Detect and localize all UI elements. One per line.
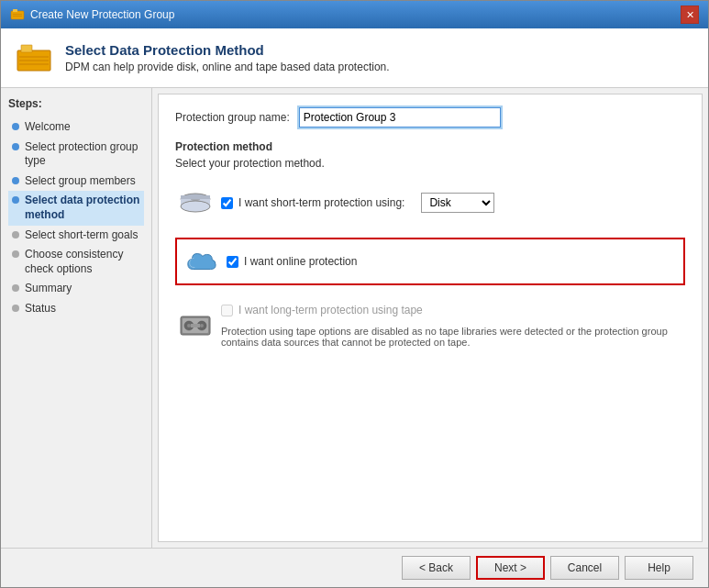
sidebar-item-choose-consistency-check-options[interactable]: Choose consistency check options [8, 245, 144, 279]
sidebar-item-select-group-members[interactable]: Select group members [8, 172, 144, 192]
tape-checkbox-label[interactable]: I want long-term protection using tape [221, 304, 681, 316]
close-button[interactable]: ✕ [681, 6, 699, 24]
field-row: Protection group name: [175, 107, 685, 128]
sidebar-item-status[interactable]: Status [8, 299, 144, 319]
sidebar-dot-group-members [12, 177, 19, 184]
dialog: Create New Protection Group ✕ Select Dat… [0, 0, 709, 588]
sidebar-item-select-data-protection-method[interactable]: Select data protection method [8, 191, 144, 225]
back-button[interactable]: < Back [402, 556, 471, 580]
online-checkbox[interactable] [227, 256, 238, 268]
disk-dropdown[interactable]: Disk [421, 193, 494, 213]
svg-point-18 [187, 324, 191, 327]
next-button[interactable]: Next > [476, 556, 545, 580]
sidebar-label-status: Status [25, 302, 56, 316]
title-bar-title: Create New Protection Group [30, 8, 174, 21]
sidebar-label-short-term-goals: Select short-term goals [25, 228, 138, 243]
tape-label-text: I want long-term protection using tape [238, 304, 423, 316]
sidebar-label-group-members: Select group members [25, 174, 136, 189]
svg-rect-7 [19, 60, 49, 61]
svg-rect-6 [19, 56, 49, 58]
main-content: Steps: Welcome Select protection group t… [1, 88, 708, 548]
disk-label-text: I want short-term protection using: [238, 196, 404, 209]
sidebar-dot-short-term-goals [12, 231, 19, 239]
disk-checkbox[interactable] [221, 197, 233, 209]
svg-rect-0 [11, 11, 24, 19]
sidebar-dot-data-protection-method [12, 196, 19, 204]
sidebar-label-consistency-check: Choose consistency check options [25, 248, 140, 276]
tape-note: Protection using tape options are disabl… [221, 326, 681, 348]
online-checkbox-label[interactable]: I want online protection [227, 255, 357, 268]
online-label-text: I want online protection [244, 255, 357, 268]
tape-icon [179, 309, 212, 342]
footer: < Back Next > Cancel Help [1, 548, 708, 587]
header-section: Select Data Protection Method DPM can he… [1, 28, 708, 88]
sidebar-item-select-short-term-goals[interactable]: Select short-term goals [8, 226, 144, 246]
tape-checkbox[interactable] [221, 305, 233, 316]
header-title: Select Data Protection Method [65, 42, 390, 58]
svg-rect-5 [21, 45, 32, 52]
svg-point-11 [181, 201, 210, 212]
cloud-icon [184, 245, 217, 278]
section-subtitle: Select your protection method. [175, 157, 685, 170]
title-bar: Create New Protection Group ✕ [1, 1, 708, 28]
title-bar-left: Create New Protection Group [10, 7, 174, 22]
header-subtitle: DPM can help provide disk, online and ta… [65, 61, 390, 73]
cancel-button[interactable]: Cancel [550, 556, 619, 580]
help-button[interactable]: Help [625, 556, 693, 580]
disk-icon [179, 186, 212, 219]
svg-rect-20 [191, 324, 200, 327]
sidebar-dot-consistency-check [12, 250, 19, 258]
svg-rect-13 [181, 195, 210, 199]
protection-group-name-input[interactable] [299, 107, 501, 128]
sidebar-label-summary: Summary [25, 282, 72, 296]
svg-rect-1 [13, 9, 17, 12]
sidebar-dot-summary [12, 284, 19, 292]
field-label: Protection group name: [175, 111, 290, 124]
svg-rect-3 [13, 16, 22, 17]
dialog-icon [10, 7, 25, 22]
sidebar-item-select-protection-group-type[interactable]: Select protection group type [8, 138, 144, 172]
disk-protection-row: I want short-term protection using: Disk [175, 181, 685, 225]
sidebar-label-welcome: Welcome [25, 120, 71, 135]
sidebar-label: Steps: [8, 97, 144, 110]
content-area: Protection group name: Protection method… [158, 94, 703, 542]
sidebar-dot-status [12, 305, 19, 312]
section-title: Protection method [175, 140, 685, 153]
sidebar-dot-protection-group-type [12, 143, 19, 150]
tape-protection-row: I want long-term protection using tape P… [175, 298, 685, 353]
sidebar-item-welcome[interactable]: Welcome [8, 117, 144, 138]
online-protection-row: I want online protection [175, 238, 685, 285]
header-text: Select Data Protection Method DPM can he… [65, 42, 390, 73]
sidebar-dot-welcome [12, 123, 19, 130]
disk-checkbox-label[interactable]: I want short-term protection using: [221, 196, 404, 209]
sidebar-label-protection-group-type: Select protection group type [25, 140, 140, 169]
sidebar: Steps: Welcome Select protection group t… [1, 88, 152, 548]
svg-rect-2 [13, 14, 22, 15]
sidebar-label-data-protection-method: Select data protection method [25, 194, 140, 222]
sidebar-item-summary[interactable]: Summary [8, 279, 144, 299]
svg-point-19 [200, 324, 204, 327]
svg-rect-8 [19, 63, 49, 65]
header-icon [16, 39, 52, 76]
